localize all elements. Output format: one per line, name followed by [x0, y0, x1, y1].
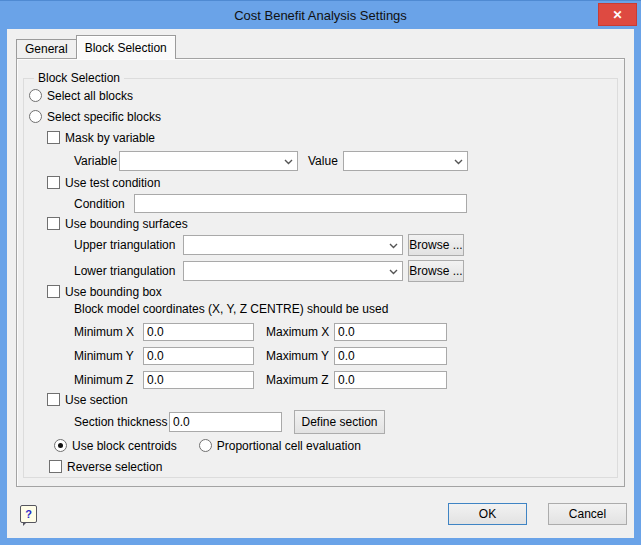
section-thickness-input[interactable]: [169, 412, 282, 432]
checkbox-use-bounding-box[interactable]: Use bounding box: [47, 284, 617, 299]
groupbox-title: Block Selection: [34, 71, 124, 86]
close-icon: ✕: [612, 8, 622, 22]
window-title: Cost Benefit Analysis Settings: [234, 8, 407, 23]
maximum-z-label: Maximum Z: [266, 373, 334, 387]
lower-triangulation-row: Lower triangulation Browse ...: [74, 260, 617, 282]
minimum-z-label: Minimum Z: [74, 373, 143, 387]
coordinate-row-z: Minimum Z Maximum Z: [74, 371, 617, 389]
checkbox-mask-by-variable[interactable]: Mask by variable: [47, 130, 617, 145]
maximum-x-input[interactable]: [334, 323, 447, 341]
upper-browse-button[interactable]: Browse ...: [408, 234, 464, 256]
value-dropdown[interactable]: [343, 151, 468, 171]
checkbox-use-test-condition[interactable]: Use test condition: [47, 175, 617, 190]
title-bar: Cost Benefit Analysis Settings: [0, 1, 641, 29]
evaluation-mode-row: Use block centroids Proportional cell ev…: [54, 438, 617, 453]
tab-general[interactable]: General: [16, 39, 77, 58]
define-section-button[interactable]: Define section: [294, 410, 385, 434]
coordinate-row-y: Minimum Y Maximum Y: [74, 347, 617, 365]
coordinate-row-x: Minimum X Maximum X: [74, 323, 617, 341]
help-icon: ?: [25, 508, 32, 520]
maximum-x-label: Maximum X: [266, 325, 334, 339]
radio-use-block-centroids[interactable]: [54, 439, 67, 452]
section-thickness-row: Section thickness Define section: [74, 410, 617, 434]
upper-triangulation-row: Upper triangulation Browse ...: [74, 234, 617, 256]
lower-browse-button[interactable]: Browse ...: [408, 260, 464, 282]
tab-page-block-selection: Block Selection Select all blocks Select…: [16, 58, 625, 487]
value-label: Value: [308, 154, 343, 168]
variable-value-row: Variable Value: [74, 151, 617, 171]
variable-label: Variable: [74, 154, 119, 168]
checkbox-reverse-selection[interactable]: Reverse selection: [49, 459, 617, 474]
minimum-y-input[interactable]: [143, 347, 254, 365]
condition-row: Condition: [74, 194, 617, 213]
upper-triangulation-dropdown[interactable]: [183, 235, 403, 255]
cancel-button[interactable]: Cancel: [548, 503, 627, 525]
bounding-box-note: Block model coordinates (X, Y, Z CENTRE)…: [74, 301, 617, 316]
radio-icon[interactable]: [29, 110, 42, 123]
maximum-y-label: Maximum Y: [266, 349, 334, 363]
condition-input[interactable]: [134, 194, 467, 213]
dialog-client-area: General Block Selection Block Selection …: [7, 29, 634, 538]
checkbox-icon[interactable]: [47, 176, 60, 189]
help-button[interactable]: ?: [20, 505, 37, 523]
tab-bar: General Block Selection: [16, 35, 176, 58]
minimum-y-label: Minimum Y: [74, 349, 143, 363]
dialog-window: Cost Benefit Analysis Settings ✕ General…: [0, 0, 641, 545]
upper-triangulation-label: Upper triangulation: [74, 238, 183, 252]
chevron-down-icon: [454, 159, 463, 165]
variable-dropdown[interactable]: [119, 151, 298, 171]
radio-proportional-cell-evaluation[interactable]: [199, 439, 212, 452]
minimum-x-input[interactable]: [143, 323, 254, 341]
chevron-down-icon: [284, 159, 293, 165]
checkbox-use-section[interactable]: Use section: [47, 392, 617, 407]
ok-button[interactable]: OK: [448, 503, 527, 525]
tab-block-selection[interactable]: Block Selection: [76, 35, 176, 59]
minimum-x-label: Minimum X: [74, 325, 143, 339]
condition-label: Condition: [74, 197, 134, 211]
section-thickness-label: Section thickness: [74, 415, 169, 429]
checkbox-icon[interactable]: [47, 217, 60, 230]
chevron-down-icon: [389, 269, 398, 275]
close-button[interactable]: ✕: [598, 3, 637, 26]
radio-icon[interactable]: [29, 89, 42, 102]
checkbox-icon[interactable]: [47, 131, 60, 144]
checkbox-icon[interactable]: [47, 285, 60, 298]
checkbox-icon[interactable]: [49, 460, 62, 473]
lower-triangulation-label: Lower triangulation: [74, 264, 183, 278]
checkbox-icon[interactable]: [47, 393, 60, 406]
maximum-z-input[interactable]: [334, 371, 447, 389]
radio-select-all-blocks[interactable]: Select all blocks: [29, 88, 617, 103]
minimum-z-input[interactable]: [143, 371, 254, 389]
lower-triangulation-dropdown[interactable]: [183, 261, 403, 281]
block-selection-groupbox: Block Selection Select all blocks Select…: [23, 78, 618, 478]
radio-select-specific-blocks[interactable]: Select specific blocks: [29, 109, 617, 124]
chevron-down-icon: [389, 243, 398, 249]
checkbox-use-bounding-surfaces[interactable]: Use bounding surfaces: [47, 216, 617, 231]
maximum-y-input[interactable]: [334, 347, 447, 365]
